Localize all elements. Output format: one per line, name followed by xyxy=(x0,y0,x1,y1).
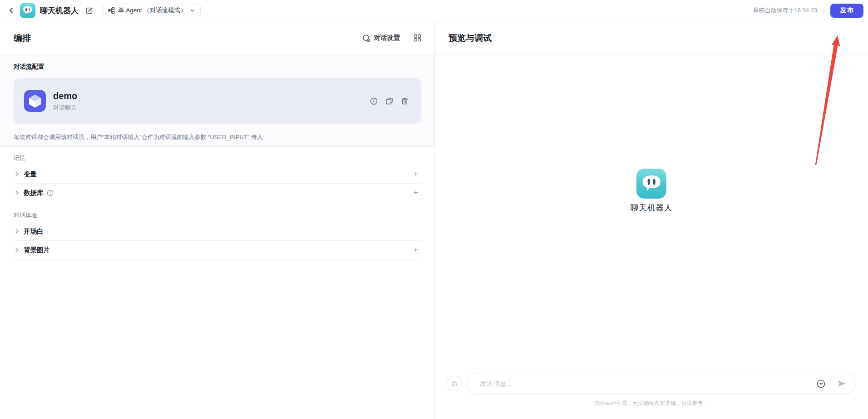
info-icon xyxy=(370,97,378,105)
bot-avatar-icon xyxy=(20,3,35,18)
preview-panel: 预览与调试 聊天机器人 xyxy=(435,21,868,419)
chevron-right-icon xyxy=(14,228,20,234)
experience-title: 对话体验 xyxy=(14,212,421,219)
row-variables-label: 变量 xyxy=(24,170,37,179)
dialog-settings-label: 对话设置 xyxy=(374,34,400,42)
orchestration-title: 编排 xyxy=(14,32,31,44)
top-bar: 聊天机器人 单 Agent （对话流模式） 草稿自动保存于16:34:23 发布 xyxy=(0,0,868,21)
chatflow-description: 每次对话都会调用该对话流，用户“本轮对话输入”会作为对话流的输入参数 “USER… xyxy=(14,134,421,141)
flow-config-section: 对话流配置 demo 对话聊天 xyxy=(0,55,434,147)
row-opening-label: 开场白 xyxy=(24,227,44,236)
preview-title: 预览与调试 xyxy=(449,32,492,44)
message-input[interactable] xyxy=(480,380,815,387)
clear-context-broom-icon xyxy=(451,380,458,387)
bot-name: 聊天机器人 xyxy=(631,202,673,213)
edit-icon xyxy=(86,7,93,14)
memory-section: 记忆 变量 + 数据库 xyxy=(0,155,434,202)
divider xyxy=(831,379,831,388)
ai-disclaimer: 内容由AI生成，无法确保真实准确，仅供参考。 xyxy=(435,399,868,407)
rename-button[interactable] xyxy=(84,5,95,16)
info-icon[interactable] xyxy=(47,190,54,196)
chatflow-subtitle: 对话聊天 xyxy=(53,104,77,112)
row-background-image[interactable]: 背景图片 + xyxy=(14,241,421,259)
chevron-down-icon xyxy=(190,8,195,13)
multi-agent-flow-icon xyxy=(108,7,115,14)
agent-mode-selector[interactable]: 单 Agent （对话流模式） xyxy=(102,4,201,17)
chatflow-copy-button[interactable] xyxy=(385,96,394,105)
message-input-container xyxy=(467,373,855,394)
trash-icon xyxy=(401,97,409,105)
clear-context-button[interactable] xyxy=(447,376,462,391)
add-variable-button[interactable]: + xyxy=(411,169,421,179)
row-database[interactable]: 数据库 + xyxy=(14,184,421,202)
memory-title: 记忆 xyxy=(14,155,421,161)
layout-grid-button[interactable] xyxy=(412,33,423,44)
experience-section: 对话体验 开场白 背景图片 + xyxy=(0,212,434,259)
attach-button[interactable] xyxy=(815,378,826,389)
dialog-settings-button[interactable]: 对话设置 xyxy=(362,34,400,42)
chatflow-name: demo xyxy=(53,90,77,101)
flow-config-title: 对话流配置 xyxy=(14,63,421,70)
bot-avatar-icon xyxy=(636,169,666,199)
chevron-right-icon xyxy=(14,190,20,196)
row-opening[interactable]: 开场白 xyxy=(14,222,421,241)
chatflow-cube-icon xyxy=(24,90,46,112)
cube-icon xyxy=(28,94,42,108)
row-database-label: 数据库 xyxy=(24,189,44,197)
row-background-image-label: 背景图片 xyxy=(24,246,50,254)
back-chevron-icon xyxy=(8,7,15,14)
chatflow-card[interactable]: demo 对话聊天 xyxy=(14,78,421,124)
copy-icon xyxy=(385,97,393,105)
row-variables[interactable]: 变量 + xyxy=(14,165,421,184)
publish-button[interactable]: 发布 xyxy=(830,4,863,18)
send-button[interactable] xyxy=(836,378,848,389)
chevron-right-icon xyxy=(14,171,20,177)
layout-grid-icon xyxy=(414,34,421,42)
dialog-settings-gear-icon xyxy=(362,34,370,42)
agent-mode-label: 单 Agent （对话流模式） xyxy=(118,6,187,15)
page-title: 聊天机器人 xyxy=(40,5,79,16)
back-button[interactable] xyxy=(5,5,17,16)
send-icon xyxy=(837,379,847,388)
plus-circle-icon xyxy=(817,379,825,388)
divider xyxy=(824,7,824,15)
autosave-status: 草稿自动保存于16:34:23 xyxy=(753,6,817,15)
chevron-right-icon xyxy=(14,247,20,253)
add-database-button[interactable]: + xyxy=(411,188,421,198)
orchestration-panel: 编排 对话设置 对话流配置 xyxy=(0,21,435,419)
add-background-button[interactable]: + xyxy=(411,245,421,255)
chatflow-delete-button[interactable] xyxy=(400,96,409,105)
chatflow-info-button[interactable] xyxy=(369,96,378,105)
